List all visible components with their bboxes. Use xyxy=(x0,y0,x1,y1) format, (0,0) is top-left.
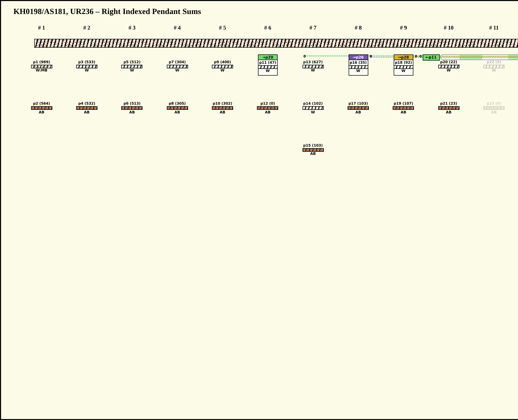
pendant-label: p23 (0) xyxy=(483,102,504,106)
cord-color-label: W xyxy=(483,69,504,73)
pendant-bar xyxy=(76,65,98,68)
pendant-bar xyxy=(31,65,52,68)
pendant-label: p6 (513) xyxy=(121,102,143,106)
khipu-pendant-sum-diagram: KH0198/AS181, UR236 – Right Indexed Pend… xyxy=(0,0,518,420)
column-header: # 5 xyxy=(207,24,238,31)
cord-color-label: W xyxy=(302,111,323,115)
column-header: # 1 xyxy=(26,24,57,31)
pendant-label: p5 (512) xyxy=(121,60,143,64)
pendant-bar xyxy=(483,106,504,110)
pendant: p10 (302)AB xyxy=(212,102,233,115)
pendant-label: p21 (23) xyxy=(438,102,459,106)
cord-color-label: W xyxy=(302,69,323,73)
pendant: p14 (102)W xyxy=(302,102,323,115)
sum-box-header: →p28 xyxy=(394,55,413,60)
cord-color-label: W xyxy=(212,69,233,73)
sum-target-box: ←p11 xyxy=(422,54,440,61)
column-header: # 4 xyxy=(162,24,193,31)
sum-box-header: →p26 xyxy=(349,55,368,60)
cord-color-label: AB xyxy=(76,111,98,115)
pendant-label: p4 (532) xyxy=(76,102,98,106)
pendant: p16 (35)W xyxy=(349,61,368,73)
pendant-label: p12 (0) xyxy=(257,102,278,106)
pendant: p13 (627)W xyxy=(302,60,323,73)
cord-color-label: W xyxy=(349,69,368,73)
pendant-label: p13 (627) xyxy=(302,60,323,64)
pendant-label: p17 (103) xyxy=(348,102,369,106)
pendant-label: p16 (35) xyxy=(349,61,368,65)
pendant-bar xyxy=(348,106,369,110)
cord-color-label: W xyxy=(167,69,188,73)
pendant-bar xyxy=(257,106,278,110)
pendant-label: p2 (564) xyxy=(31,102,52,106)
cord-color-label: W:MB xyxy=(31,69,52,73)
pendant-bar xyxy=(31,106,52,110)
pendant: p23 (0)AB xyxy=(483,102,504,115)
pendant: p9 (400)W xyxy=(212,60,233,73)
pendant-bar xyxy=(302,148,323,152)
column-header: # 2 xyxy=(71,24,102,31)
sum-box-header: →p20 xyxy=(258,55,277,60)
cord-color-label: AB xyxy=(302,152,323,156)
pendant-label: p1 (989) xyxy=(31,60,52,64)
pendant-bar xyxy=(393,106,414,110)
pendant-bar xyxy=(394,65,413,69)
pendant-bar xyxy=(121,106,143,110)
pendant-label: p20 (22) xyxy=(438,60,459,64)
column-header: # 3 xyxy=(116,24,148,31)
pendant: p21 (23)AB xyxy=(438,102,459,115)
pendant: p19 (107)AB xyxy=(393,102,414,115)
pendant-bar xyxy=(212,65,233,68)
sum-source-box: →p20p11 (47)W xyxy=(258,54,278,75)
cord-color-label: AB xyxy=(348,111,369,115)
cord-color-label: W xyxy=(438,69,459,73)
column-header: # 10 xyxy=(433,24,464,31)
pendant-label: p10 (302) xyxy=(212,102,233,106)
pendant-label: p3 (533) xyxy=(76,60,98,64)
cord-color-label: AB xyxy=(167,111,188,115)
pendant-bar xyxy=(438,65,459,68)
pendant: p8 (305)AB xyxy=(167,102,188,115)
cord-color-label: AB xyxy=(212,111,233,115)
cord-color-label: AB xyxy=(31,111,52,115)
pendant: p12 (0)AB xyxy=(257,102,278,115)
pendant-bar xyxy=(212,106,233,110)
pendant: p7 (304)W xyxy=(167,60,188,73)
pendant-label: p14 (102) xyxy=(302,102,323,106)
column-header: # 9 xyxy=(388,24,419,31)
pendant: p5 (512)W xyxy=(121,60,143,73)
cord-color-label: W xyxy=(394,69,413,73)
pendant-bar xyxy=(121,65,143,68)
primary-cord-bar xyxy=(34,39,518,48)
cord-color-label: AB xyxy=(483,111,504,115)
pendant-label: p15 (103) xyxy=(302,144,323,148)
cord-color-label: AB xyxy=(438,111,459,115)
pendant: p6 (513)AB xyxy=(121,102,143,115)
pendant-label: p9 (400) xyxy=(212,60,233,64)
pendant-bar xyxy=(258,65,277,69)
column-header: # 7 xyxy=(297,24,329,31)
pendant: p20 (22)W xyxy=(438,60,459,73)
cord-color-label: AB xyxy=(393,111,414,115)
cord-color-label: W xyxy=(76,69,98,73)
column-header: # 11 xyxy=(478,24,510,31)
connector-endpoint-dot xyxy=(303,55,306,58)
cord-color-label: W xyxy=(121,69,143,73)
sum-source-box: →p28p18 (92)W xyxy=(394,54,413,75)
pendant-label: p7 (304) xyxy=(167,60,188,64)
pendant: p1 (989)W:MB xyxy=(31,60,52,73)
pendant-label: p11 (47) xyxy=(258,61,277,65)
page-title: KH0198/AS181, UR236 – Right Indexed Pend… xyxy=(14,7,201,16)
cord-color-label: AB xyxy=(121,111,143,115)
pendant: p2 (564)AB xyxy=(31,102,52,115)
sum-source-box: →p26p16 (35)W xyxy=(348,54,368,75)
pendant-bar xyxy=(167,65,188,68)
pendant-bar xyxy=(302,65,323,68)
pendant-bar xyxy=(438,106,459,110)
cord-color-label: AB xyxy=(257,111,278,115)
pendant-label: p19 (107) xyxy=(393,102,414,106)
pendant: p15 (103)AB xyxy=(302,144,323,156)
pendant: p18 (92)W xyxy=(394,61,413,73)
pendant-bar xyxy=(76,106,98,110)
pendant-bar xyxy=(167,106,188,110)
